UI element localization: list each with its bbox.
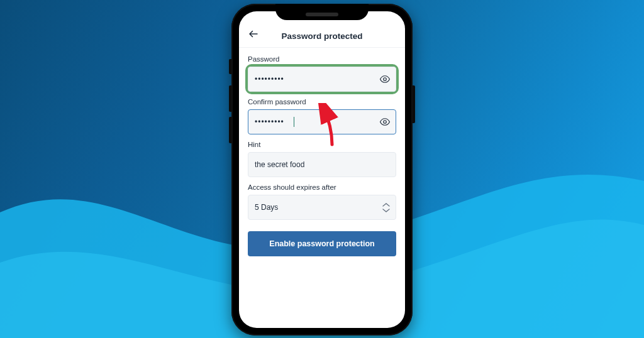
- confirm-password-input[interactable]: [248, 109, 396, 134]
- expires-label: Access should expires after: [248, 183, 396, 191]
- page-title: Password protected: [281, 31, 362, 41]
- chevron-up-icon: [382, 202, 390, 207]
- app-screen: Password protected Password Confirm pass…: [239, 11, 405, 328]
- phone-power-button: [413, 85, 415, 123]
- confirm-visibility-toggle[interactable]: [377, 114, 392, 129]
- password-visibility-toggle[interactable]: [377, 72, 392, 87]
- phone-mute-switch: [229, 59, 231, 74]
- phone-speaker: [306, 13, 338, 16]
- phone-volume-down: [229, 117, 231, 143]
- svg-point-1: [384, 121, 387, 124]
- password-label: Password: [248, 55, 396, 63]
- hint-field-wrap: [248, 152, 396, 177]
- confirm-password-label: Confirm password: [248, 98, 396, 106]
- chevron-down-icon: [382, 208, 390, 213]
- expires-field-wrap: [248, 195, 396, 220]
- back-button[interactable]: [245, 26, 262, 42]
- expires-stepper[interactable]: [382, 201, 391, 214]
- hint-input[interactable]: [248, 152, 396, 177]
- hint-label: Hint: [248, 141, 396, 148]
- phone-frame: Password protected Password Confirm pass…: [231, 4, 413, 335]
- password-input[interactable]: [248, 67, 396, 92]
- phone-volume-up: [229, 85, 231, 112]
- background: Password protected Password Confirm pass…: [0, 0, 644, 338]
- eye-icon: [379, 74, 391, 85]
- enable-protection-button[interactable]: Enable password protection: [248, 231, 396, 256]
- expires-select[interactable]: [248, 195, 396, 220]
- confirm-password-field-wrap: [248, 109, 396, 134]
- eye-icon: [379, 116, 391, 128]
- phone-notch: [275, 4, 369, 20]
- text-caret: [294, 117, 294, 127]
- arrow-left-icon: [248, 28, 259, 40]
- password-field-highlight: [248, 67, 396, 92]
- svg-point-0: [384, 78, 387, 81]
- form: Password Confirm password: [239, 48, 405, 265]
